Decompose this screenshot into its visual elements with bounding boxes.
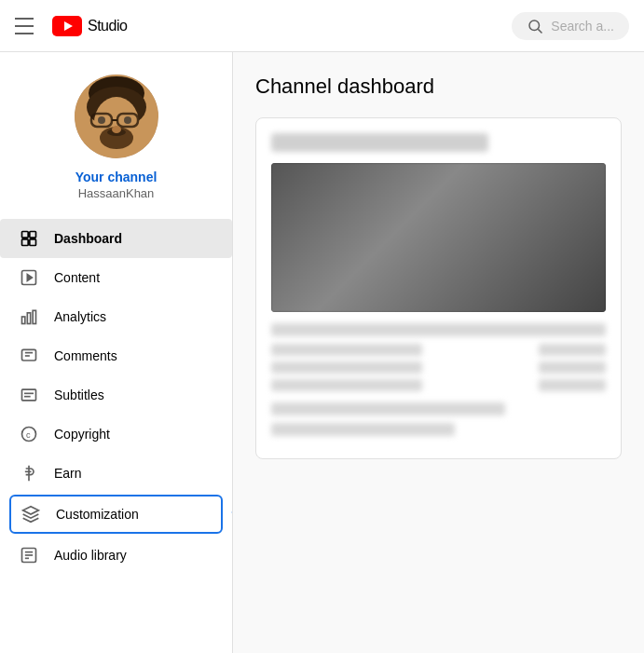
analytics-icon	[19, 306, 39, 327]
channel-name: HassaanKhan	[78, 186, 155, 200]
stats-row-3	[271, 379, 606, 391]
stat-right-1	[539, 344, 606, 356]
sidebar-item-label: Earn	[54, 466, 82, 481]
svg-rect-18	[22, 239, 29, 246]
svg-rect-19	[30, 239, 36, 246]
search-bar[interactable]: Search a...	[512, 12, 629, 40]
blurred-row-3	[271, 423, 455, 436]
sidebar-item-label: Content	[54, 270, 100, 285]
customization-icon	[21, 504, 41, 524]
svg-rect-23	[27, 313, 30, 324]
video-thumbnail[interactable]	[271, 163, 606, 312]
channel-label[interactable]: Your channel	[75, 170, 158, 184]
sidebar-item-copyright[interactable]: c Copyright	[0, 415, 232, 454]
stat-left-3	[271, 379, 422, 391]
search-placeholder-text: Search a...	[551, 19, 614, 34]
header-left: Studio	[15, 15, 127, 37]
copyright-icon: c	[19, 424, 39, 444]
earn-icon	[19, 463, 39, 483]
sidebar: Your channel HassaanKhan Dashboard	[0, 52, 233, 653]
sidebar-item-label: Subtitles	[54, 388, 104, 402]
blurred-card-title	[271, 133, 488, 152]
sidebar-item-dashboard[interactable]: Dashboard	[0, 219, 232, 258]
stats-row-2	[271, 361, 606, 374]
logo-area: Studio	[52, 16, 127, 36]
svg-rect-22	[22, 317, 25, 324]
sidebar-item-label: Copyright	[54, 427, 110, 442]
sidebar-item-label: Audio library	[54, 548, 127, 563]
stats-row-1	[271, 344, 606, 356]
svg-rect-17	[30, 232, 36, 238]
sidebar-item-label: Customization	[56, 507, 139, 522]
blurred-row-1	[271, 323, 606, 336]
nav-list: Dashboard Content	[0, 219, 232, 575]
svg-point-13	[124, 116, 131, 124]
body: Your channel HassaanKhan Dashboard	[0, 52, 644, 653]
sidebar-item-earn[interactable]: Earn	[0, 454, 232, 493]
sidebar-item-label: Comments	[54, 348, 117, 363]
svg-text:c: c	[26, 430, 31, 440]
subtitles-icon	[19, 385, 39, 405]
studio-logo-text: Studio	[88, 18, 127, 34]
youtube-icon	[52, 16, 82, 36]
sidebar-item-content[interactable]: Content	[0, 258, 232, 297]
svg-rect-28	[22, 389, 36, 401]
comments-icon	[19, 346, 39, 366]
sidebar-item-customization[interactable]: Customization	[9, 495, 223, 534]
svg-point-2	[529, 20, 540, 31]
channel-avatar[interactable]	[75, 75, 158, 158]
svg-marker-21	[27, 275, 32, 281]
stat-left-1	[271, 344, 422, 356]
dashboard-icon	[19, 228, 39, 249]
svg-line-3	[539, 29, 542, 33]
main-content: Channel dashboard	[233, 52, 644, 653]
stat-right-2	[539, 361, 606, 374]
svg-rect-24	[33, 310, 35, 323]
svg-rect-16	[22, 232, 29, 238]
sidebar-item-label: Analytics	[54, 309, 106, 324]
search-icon	[527, 18, 543, 34]
stat-left-2	[271, 361, 422, 374]
menu-button[interactable]	[15, 15, 37, 37]
sidebar-item-audio-library[interactable]: Audio library	[0, 536, 232, 575]
dashboard-card	[255, 117, 622, 459]
header: Studio Search a...	[0, 0, 644, 52]
audio-library-icon	[19, 545, 39, 565]
page-title: Channel dashboard	[255, 75, 622, 99]
stat-right-3	[539, 379, 606, 391]
content-icon	[19, 267, 39, 288]
sidebar-item-label: Dashboard	[54, 231, 122, 246]
sidebar-item-subtitles[interactable]: Subtitles	[0, 375, 232, 415]
svg-point-12	[98, 116, 105, 124]
blurred-row-2	[271, 402, 505, 415]
thumbnail-image	[271, 163, 606, 312]
svg-point-15	[112, 126, 121, 133]
avatar-image	[75, 75, 158, 158]
sidebar-item-comments[interactable]: Comments	[0, 336, 232, 375]
sidebar-item-analytics[interactable]: Analytics	[0, 297, 232, 336]
